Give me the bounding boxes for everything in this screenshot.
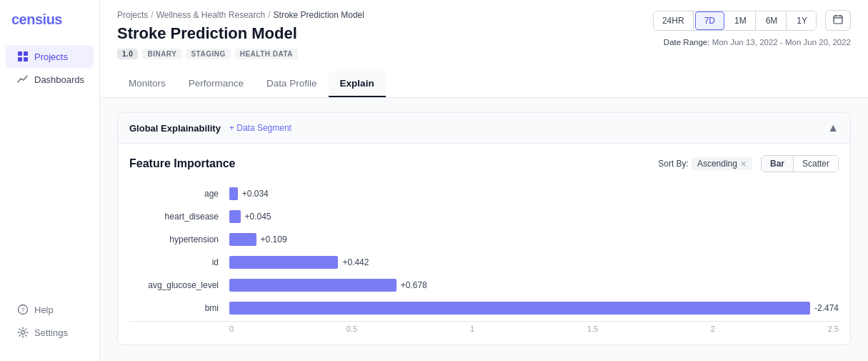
view-btn-scatter[interactable]: Scatter: [794, 156, 838, 172]
svg-rect-3: [24, 57, 28, 61]
chart-row: id+0.442: [229, 252, 839, 272]
collapse-button[interactable]: ▲: [827, 122, 839, 134]
tab-performance[interactable]: Performance: [177, 71, 255, 97]
date-range-value: Mon Jun 13, 2022 - Mon Jun 20, 2022: [712, 38, 851, 46]
breadcrumb-current: Stroke Prediction Model: [274, 10, 364, 20]
sidebar-item-settings[interactable]: Settings: [6, 321, 94, 344]
tag-binary: BINARY: [142, 49, 181, 59]
chart-label: hypertension: [129, 234, 226, 244]
view-btn-bar[interactable]: Bar: [762, 156, 794, 172]
x-axis-label: 0.5: [346, 325, 357, 333]
tag-list: 1.0 BINARY STAGING HEALTH DATA: [117, 49, 364, 59]
breadcrumb: Projects / Wellness & Health Research / …: [117, 10, 364, 20]
chart-label: id: [129, 257, 226, 267]
sidebar-item-help[interactable]: ? Help: [6, 298, 94, 321]
chart-value-label: -2.474: [814, 303, 839, 313]
chart-label: bmi: [129, 303, 226, 313]
svg-rect-2: [18, 57, 22, 61]
calendar-icon: [833, 14, 843, 24]
chart-value-label: +0.109: [261, 234, 287, 244]
time-row: 24HR 7D 1M 6M 1Y: [653, 10, 851, 31]
x-axis-label: 2.5: [828, 325, 839, 333]
time-btn-7d[interactable]: 7D: [695, 11, 724, 30]
sidebar-label-settings: Settings: [34, 327, 68, 338]
chart-row: age+0.034: [229, 184, 839, 204]
chart-label: age: [129, 189, 226, 199]
page-title: Stroke Prediction Model: [117, 24, 364, 43]
sidebar-bottom: ? Help Settings: [0, 298, 99, 350]
explainability-card: Global Explainability + Data Segment ▲ F…: [117, 112, 851, 345]
header: Projects / Wellness & Health Research / …: [100, 0, 868, 98]
chart-row: heart_disease+0.045: [229, 207, 839, 227]
view-button-group: Bar Scatter: [761, 155, 839, 172]
sidebar-item-dashboards[interactable]: Dashboards: [6, 68, 94, 91]
card-body: Feature Importance Sort By: Ascending ✕ …: [118, 144, 850, 345]
time-btn-24hr[interactable]: 24HR: [654, 11, 694, 30]
header-top: Projects / Wellness & Health Research / …: [117, 10, 851, 68]
chart-bar-wrap: +0.109: [229, 233, 839, 246]
breadcrumb-projects[interactable]: Projects: [117, 10, 148, 20]
chart-bar-wrap: -2.474: [229, 302, 839, 315]
time-btn-6m[interactable]: 6M: [757, 11, 787, 30]
breadcrumb-sep-1: /: [151, 10, 153, 20]
feature-importance-header: Feature Importance Sort By: Ascending ✕ …: [129, 155, 839, 172]
tab-bar: Monitors Performance Data Profile Explai…: [117, 71, 851, 97]
sidebar-label-dashboards: Dashboards: [34, 74, 84, 85]
time-btn-1y[interactable]: 1Y: [788, 11, 816, 30]
tag-health-data: HEALTH DATA: [235, 49, 298, 59]
fi-title: Feature Importance: [129, 157, 235, 170]
sidebar-item-projects[interactable]: Projects: [6, 45, 94, 68]
svg-point-6: [21, 331, 25, 335]
chart-bar-wrap: +0.034: [229, 187, 839, 200]
sort-close-icon[interactable]: ✕: [740, 159, 747, 169]
gear-icon: [17, 327, 29, 338]
card-title: Global Explainability: [129, 123, 221, 134]
breadcrumb-sep-2: /: [268, 10, 270, 20]
time-button-group: 24HR 7D 1M 6M 1Y: [653, 11, 817, 31]
date-range-label: Date Range:: [664, 38, 710, 46]
tab-data-profile[interactable]: Data Profile: [255, 71, 329, 97]
chart-value-label: +0.442: [342, 257, 369, 267]
chart-bar: [229, 187, 238, 200]
chart-value-label: +0.045: [245, 212, 271, 222]
sort-by-control: Sort By: Ascending ✕: [658, 157, 752, 170]
svg-text:?: ?: [21, 307, 24, 314]
svg-rect-1: [24, 51, 28, 56]
chart-value-label: +0.678: [401, 280, 427, 290]
x-axis-label: 0: [229, 325, 234, 333]
breadcrumb-research[interactable]: Wellness & Health Research: [156, 10, 266, 20]
chart-bar: [229, 233, 256, 246]
sort-chip[interactable]: Ascending ✕: [692, 157, 752, 170]
card-header-left: Global Explainability + Data Segment: [129, 123, 291, 134]
fi-controls: Sort By: Ascending ✕ Bar Scatter: [658, 155, 839, 172]
svg-rect-7: [834, 16, 842, 24]
chart-row: avg_glucose_level+0.678: [229, 275, 839, 295]
tab-explain[interactable]: Explain: [329, 71, 386, 97]
x-axis-label: 1: [470, 325, 474, 333]
header-left: Projects / Wellness & Health Research / …: [117, 10, 364, 68]
logo-text: censius: [11, 11, 62, 27]
chart-row: hypertension+0.109: [229, 229, 839, 249]
chart-bar: [229, 256, 338, 269]
x-axis-label: 1.5: [587, 325, 598, 333]
calendar-button[interactable]: [825, 10, 851, 31]
chart-bar: [229, 302, 810, 315]
data-segment-button[interactable]: + Data Segment: [229, 123, 291, 133]
logo: censius: [0, 11, 99, 45]
sidebar: censius Projects Dashboards ? Help: [0, 0, 100, 361]
chart-bar-wrap: +0.678: [229, 279, 839, 292]
chart-bar: [229, 210, 241, 223]
x-axis-label: 2: [711, 325, 715, 333]
chart-label: heart_disease: [129, 212, 226, 222]
chart-bar-wrap: +0.442: [229, 256, 839, 269]
time-btn-1m[interactable]: 1M: [726, 11, 756, 30]
chart-row: bmi-2.474: [229, 298, 839, 318]
chart-bar: [229, 279, 396, 292]
tab-monitors[interactable]: Monitors: [117, 71, 177, 97]
chart-icon: [17, 74, 29, 85]
svg-rect-0: [18, 51, 22, 56]
main-area: Projects / Wellness & Health Research / …: [100, 0, 868, 361]
chart-bar-wrap: +0.045: [229, 210, 839, 223]
grid-icon: [17, 51, 29, 62]
card-header: Global Explainability + Data Segment ▲: [118, 113, 850, 144]
